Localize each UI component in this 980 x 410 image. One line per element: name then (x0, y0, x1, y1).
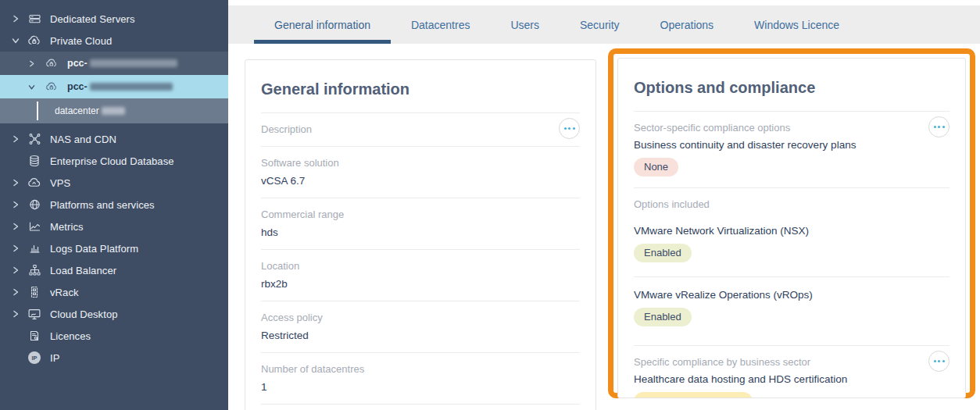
sidebar-item-label: Private Cloud (50, 35, 112, 47)
cloud-lock-icon (44, 81, 59, 92)
sidebar-item-label: IP (50, 352, 59, 364)
more-options-button[interactable] (928, 351, 950, 372)
field-label: Commercial range (261, 209, 580, 220)
field-access-policy: Access policy Restricted (261, 301, 580, 352)
chevron-right-icon[interactable] (9, 220, 22, 233)
sidebar-item-metrics[interactable]: Metrics (0, 216, 228, 237)
sidebar-item-label: Load Balancer (50, 265, 116, 276)
field-label: Number of datacentres (261, 363, 580, 375)
status-badge: Enabled (634, 244, 692, 262)
more-options-button[interactable] (928, 116, 950, 137)
section-text: Healthcare data hosting and HDS certific… (634, 373, 950, 385)
sidebar-item-pcc-service-1[interactable]: pcc- (0, 52, 228, 75)
tab-label: General information (274, 19, 370, 31)
chevron-right-icon[interactable] (9, 286, 22, 298)
section-label: Sector-specific compliance options (634, 122, 950, 134)
sidebar-item-dedicated-servers[interactable]: Dedicated Servers (0, 8, 228, 30)
sidebar-item-label: Metrics (50, 221, 84, 233)
tab-datacentres[interactable]: Datacentres (391, 5, 490, 44)
sidebar-item-platforms-and-services[interactable]: Platforms and services (0, 194, 228, 216)
sidebar-item-label: pcc- (67, 81, 88, 92)
tab-label: Datacentres (411, 19, 470, 31)
sidebar-item-private-cloud[interactable]: Private Cloud (0, 30, 228, 52)
tab-users[interactable]: Users (490, 5, 560, 44)
section-vrops: VMware vRealize Operations (vROps) Enabl… (634, 276, 950, 345)
sidebar-item-ip[interactable]: IP IP (0, 347, 228, 369)
tab-general-information[interactable]: General information (254, 5, 391, 44)
section-label: Options included (634, 198, 950, 210)
chevron-right-icon[interactable] (9, 308, 22, 320)
chevron-right-icon[interactable] (9, 264, 22, 276)
field-label: Software solution (261, 157, 580, 169)
tab-label: Operations (660, 19, 714, 31)
status-badge: None (634, 158, 678, 176)
chevron-right-icon[interactable] (9, 198, 22, 211)
redacted-text (90, 59, 177, 67)
sidebar-item-datacenter[interactable]: datacenter (0, 98, 228, 123)
chevron-down-icon[interactable] (28, 84, 39, 91)
chevron-right-icon[interactable] (28, 60, 39, 67)
sidebar-item-label: Platforms and services (50, 199, 155, 211)
sidebar-item-enterprise-cloud-database[interactable]: Enterprise Cloud Database (0, 150, 228, 172)
licence-document-icon (27, 329, 42, 343)
tab-security[interactable]: Security (560, 5, 640, 44)
redacted-text (90, 83, 173, 91)
load-balancer-icon (27, 263, 42, 277)
field-value: hds (261, 226, 580, 238)
sidebar-item-nas-and-cdn[interactable]: NAS and CDN (0, 128, 228, 150)
tab-label: Security (580, 19, 620, 31)
cloud-lock-icon (27, 34, 42, 48)
section-sector-compliance: Sector-specific compliance options Busin… (634, 111, 950, 187)
status-badge: Pending configuration (634, 392, 753, 398)
sidebar-item-label: vRack (50, 287, 79, 298)
option-name: VMware Network Virtualization (NSX) (634, 225, 950, 237)
bar-chart-icon (27, 241, 42, 255)
card-title: General information (245, 60, 596, 112)
sidebar-item-label: VPS (50, 177, 70, 189)
tab-operations[interactable]: Operations (640, 5, 734, 44)
cloud-lock-icon (44, 58, 59, 69)
main-content: General information Datacentres Users Se… (228, 0, 980, 410)
chevron-down-icon[interactable] (9, 34, 22, 47)
sidebar-item-licences[interactable]: Licences (0, 325, 228, 347)
field-value: 1 (261, 381, 580, 393)
section-text: Business continuity and disaster recover… (634, 139, 950, 151)
option-name: VMware vRealize Operations (vROps) (634, 289, 950, 301)
sidebar-item-cloud-desktop[interactable]: Cloud Desktop (0, 303, 228, 325)
sidebar-item-label: Licences (50, 330, 91, 342)
tab-windows-licence[interactable]: Windows Licence (734, 5, 860, 44)
chevron-right-icon[interactable] (9, 133, 22, 145)
cloud-icon (27, 176, 42, 190)
tab-label: Windows Licence (754, 19, 839, 31)
sidebar-item-label: Cloud Desktop (50, 308, 118, 320)
sidebar-item-load-balancer[interactable]: Load Balancer (0, 259, 228, 281)
general-information-card: General information Description Software… (245, 59, 596, 410)
field-label: Location (261, 260, 580, 272)
svg-text:IP: IP (31, 355, 37, 362)
sidebar: Dedicated Servers Private Cloud pcc- (0, 0, 228, 410)
field-commercial-range: Commercial range hds (261, 198, 580, 249)
chevron-right-icon[interactable] (9, 176, 22, 189)
chevron-right-icon[interactable] (9, 242, 22, 255)
field-number-of-datacentres: Number of datacentres 1 (261, 352, 580, 404)
chevron-right-icon[interactable] (9, 12, 22, 25)
field-label: Access policy (261, 312, 580, 323)
redacted-text (102, 107, 125, 115)
server-icon (27, 12, 42, 26)
field-value: vCSA 6.7 (261, 175, 580, 187)
tab-label: Users (510, 19, 539, 31)
desktop-icon (27, 307, 42, 321)
field-value: rbx2b (261, 278, 580, 290)
sidebar-item-vps[interactable]: VPS (0, 172, 228, 194)
field-divider (261, 404, 580, 405)
more-options-button[interactable] (559, 118, 580, 139)
sidebar-item-label: Enterprise Cloud Database (50, 155, 174, 167)
sidebar-item-label: Logs Data Platform (50, 243, 138, 255)
sidebar-item-pcc-service-selected[interactable]: pcc- (0, 75, 228, 98)
sidebar-item-logs-data-platform[interactable]: Logs Data Platform (0, 237, 228, 259)
status-badge: Enabled (634, 308, 692, 326)
network-nodes-icon (27, 132, 42, 146)
sidebar-item-label: datacenter (55, 105, 99, 116)
database-icon (27, 154, 42, 168)
sidebar-item-vrack[interactable]: vRack (0, 281, 228, 303)
